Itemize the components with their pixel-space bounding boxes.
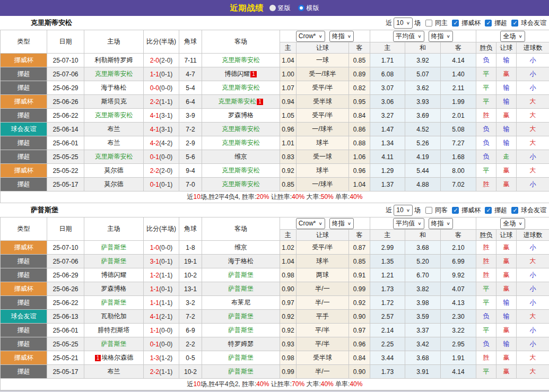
team-name-link[interactable]: 萨普斯堡	[228, 368, 254, 375]
fulltime-score: 2-2	[150, 98, 159, 106]
handicap-away-odds: 0.90	[349, 310, 370, 324]
fulltime-score: 0-0	[150, 84, 159, 92]
final-odds-select[interactable]: 终指	[329, 31, 354, 42]
team-name-link[interactable]: 萨普斯堡	[228, 326, 254, 334]
team-name-link[interactable]: 布莱尼	[231, 299, 250, 306]
handicap-line: 受一球	[297, 150, 349, 164]
result-wdl: 平	[476, 282, 496, 296]
team-name-link[interactable]: 布兰	[108, 139, 120, 146]
fulltime-select[interactable]: 全场	[500, 31, 525, 42]
match-row: 挪超25-07-06克里斯蒂安松1-1(0-1)4-7博德闪耀11.00受一/球…	[1, 67, 549, 81]
view-horizontal-option[interactable]: 横版	[298, 4, 319, 13]
team-name-link[interactable]: 克里斯蒂安松	[222, 139, 260, 146]
handicap-line: 受半球	[297, 95, 349, 109]
club-friendly-checkbox[interactable]	[511, 20, 518, 27]
final-odds-select[interactable]: 终指	[329, 218, 354, 229]
avg-draw-odds: 3.91	[405, 365, 441, 379]
sub-avg-draw: 和	[405, 42, 441, 54]
team-name-link[interactable]: 萨普斯堡	[228, 312, 254, 320]
handicap-away-odds: 0.92	[349, 296, 370, 310]
team-name-link[interactable]: 博德闪耀	[224, 70, 250, 77]
team-name-link[interactable]: 博德闪耀	[101, 271, 127, 278]
team-name-link[interactable]: 萨普斯堡	[101, 257, 127, 265]
average-select[interactable]: 平均值	[393, 218, 424, 229]
team-name-link[interactable]: 萨普斯堡	[228, 285, 254, 292]
average-select[interactable]: 平均值	[393, 31, 424, 42]
team-name-link[interactable]: 克里斯蒂安松	[222, 125, 260, 133]
team-name-link[interactable]: 克里斯蒂安松	[222, 167, 260, 174]
team-name-link[interactable]: 埃格尔森德	[101, 354, 133, 361]
corner-count: 7-11	[179, 54, 202, 67]
summary-segment: 70%	[292, 380, 304, 388]
result-goals: 小	[517, 54, 549, 67]
result-handicap: 赢	[496, 324, 517, 337]
result-wdl: 胜	[476, 268, 496, 282]
team-name-link[interactable]: 维京	[234, 153, 247, 160]
team-name-link[interactable]: 利勒斯特罗姆	[95, 56, 133, 64]
handicap-away-odds: 0.91	[349, 268, 370, 282]
radio-selected-icon[interactable]	[298, 5, 304, 11]
league-type-badge: 挪威杯	[1, 95, 47, 109]
team-name-link[interactable]: 萨普斯堡	[101, 340, 127, 347]
final-odds-select-2[interactable]: 终指	[429, 218, 453, 229]
view-vertical-option[interactable]: 竖版	[269, 4, 291, 13]
team-name-link[interactable]: 克里斯蒂安松	[218, 98, 256, 105]
sub-avg-draw: 和	[405, 230, 441, 241]
fulltime-select[interactable]: 全场	[500, 218, 525, 229]
team-name-link[interactable]: 海于格松	[101, 84, 127, 91]
result-wdl: 平	[476, 95, 496, 109]
team-name-link[interactable]: 罗森博格	[228, 111, 254, 119]
team-name-link[interactable]: 萨普斯堡	[228, 271, 254, 278]
team-name-link[interactable]: 海于格松	[228, 257, 254, 265]
corner-count: 13-1	[179, 282, 202, 296]
filter-controls: 近 10 场 同主 挪威杯 挪超 球会友谊	[386, 18, 546, 29]
fulltime-score: 1-1	[150, 71, 159, 78]
team-name-link[interactable]: 萨普斯堡	[101, 299, 127, 306]
final-odds-select-2[interactable]: 终指	[429, 31, 453, 42]
team-name-link[interactable]: 罗森博格	[101, 285, 127, 292]
handicap-home-odds: 0.97	[280, 296, 297, 310]
team-name-link[interactable]: 瓦勒伦加	[101, 312, 127, 320]
handicap-select-group: Crow* 终指	[280, 217, 370, 230]
bookmaker-select[interactable]: Crow*	[296, 31, 325, 42]
away-team-cell: 克里斯蒂安松	[202, 164, 280, 178]
team-name-link[interactable]: 莫尔德	[104, 167, 124, 174]
league-type-badge: 挪超	[1, 178, 47, 191]
team-name-link[interactable]: 布兰	[108, 125, 120, 133]
team-name-link[interactable]: 克里斯蒂安松	[222, 56, 260, 64]
team-name-link[interactable]: 腓特烈斯塔	[98, 326, 130, 334]
summary-segment: 40%	[350, 380, 362, 388]
league-type-badge: 挪超	[1, 324, 47, 337]
team-name-link[interactable]: 萨普斯堡	[101, 243, 127, 251]
handicap-home-odds: 1.04	[280, 54, 297, 67]
handicap-line: 球半	[297, 255, 349, 268]
club-friendly-checkbox[interactable]	[511, 207, 518, 214]
team-name-link[interactable]: 克里斯蒂安松	[222, 84, 260, 91]
eliteserien-checkbox[interactable]	[485, 20, 492, 27]
team-name-link[interactable]: 布兰	[108, 368, 120, 375]
avg-draw-odds: 5.44	[405, 164, 441, 178]
col-away: 客场	[202, 217, 280, 241]
team-name-link[interactable]: 特罗姆瑟	[228, 340, 254, 347]
bookmaker-select[interactable]: Crow*	[296, 218, 325, 229]
eliteserien-checkbox[interactable]	[485, 207, 492, 214]
result-handicap: 输	[496, 337, 517, 351]
team-name-link[interactable]: 克里斯蒂安松	[95, 153, 133, 160]
team-name-link[interactable]: 斯塔贝克	[101, 98, 127, 105]
same-away-checkbox[interactable]	[425, 207, 432, 214]
match-count-select[interactable]: 10	[394, 205, 413, 216]
team-name-link[interactable]: 克里斯蒂安松	[95, 111, 133, 119]
norway-cup-checkbox[interactable]	[452, 207, 459, 214]
team-name-link[interactable]: 克里斯蒂安松	[222, 180, 260, 188]
norway-cup-checkbox[interactable]	[452, 20, 459, 27]
team-name-link[interactable]: 维京	[234, 243, 247, 251]
same-home-checkbox[interactable]	[425, 20, 432, 27]
section-header-team-1: 克里斯蒂安松 近 10 场 同主 挪威杯 挪超 球会友谊	[0, 16, 549, 30]
radio-icon[interactable]	[269, 5, 276, 11]
fulltime-score: 1-0	[150, 244, 159, 251]
team-name-link[interactable]: 克里斯蒂安松	[95, 70, 133, 77]
team-name-link[interactable]: 萨普斯堡	[228, 354, 254, 361]
summary-row: 近10场,胜4平4负2, 胜率:40% 让胜率:70% 大率:40% 单率:40…	[1, 379, 549, 390]
team-name-link[interactable]: 莫尔德	[104, 180, 124, 188]
match-count-select[interactable]: 10	[394, 18, 413, 29]
